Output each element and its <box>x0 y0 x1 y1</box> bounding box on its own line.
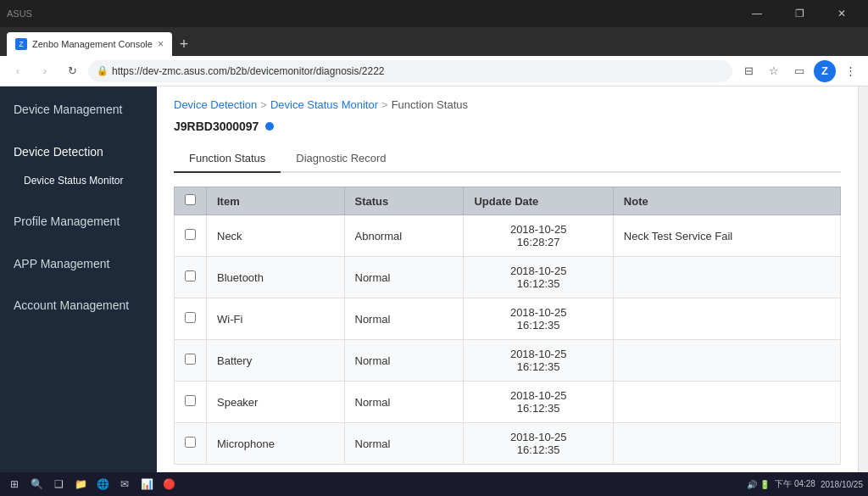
taskbar-app-4[interactable]: 📊 <box>137 475 156 493</box>
row-update-date: 2018-10-2516:12:35 <box>464 298 613 340</box>
address-bar-actions: ⊟ ☆ ▭ Z ⋮ <box>737 60 861 82</box>
table-header-note: Note <box>613 187 840 215</box>
address-bar: ‹ › ↻ 🔒 https://dev-zmc.asus.com/b2b/dev… <box>0 56 868 86</box>
table-header-checkbox <box>175 187 207 215</box>
table-row: BatteryNormal2018-10-2516:12:35 <box>175 340 841 382</box>
sidebar-item-device-status-monitor[interactable]: Device Status Monitor <box>0 167 157 195</box>
row-update-date: 2018-10-2516:12:35 <box>464 257 613 298</box>
taskbar: ⊞ 🔍 ❑ 📁 🌐 ✉ 📊 🔴 🔊 🔋 下午 04:28 2018/10/25 <box>0 472 868 496</box>
browser-tab-bar: Z Zenbo Management Console × + <box>0 27 868 56</box>
tab-function-status[interactable]: Function Status <box>174 145 281 173</box>
row-checkbox-3[interactable] <box>185 354 196 365</box>
row-status: Normal <box>344 257 464 298</box>
row-status: Normal <box>344 340 464 382</box>
row-item: Wi-Fi <box>207 298 345 340</box>
taskbar-app-5[interactable]: 🔴 <box>159 475 178 493</box>
sidebar-item-device-detection[interactable]: Device Detection <box>0 137 157 168</box>
row-status: Normal <box>344 382 464 423</box>
brand-label: ASUS <box>7 8 32 19</box>
tab-favicon: Z <box>15 38 27 50</box>
row-note <box>613 298 840 340</box>
table-header-status: Status <box>344 187 464 215</box>
row-item: Bluetooth <box>207 257 345 298</box>
start-button[interactable]: ⊞ <box>5 475 24 493</box>
tab-diagnostic-record[interactable]: Diagnostic Record <box>281 145 401 173</box>
sidebar-item-profile-management[interactable]: Profile Management <box>0 207 157 237</box>
screenshot-button[interactable]: ▭ <box>788 60 810 82</box>
taskbar-app-3[interactable]: ✉ <box>115 475 134 493</box>
row-checkbox-4[interactable] <box>185 395 196 406</box>
row-update-date: 2018-10-2516:12:35 <box>464 382 613 423</box>
system-tray-icons: 🔊 🔋 <box>747 480 770 489</box>
row-note: Neck Test Service Fail <box>613 215 840 257</box>
row-status: Abnormal <box>344 215 464 257</box>
row-checkbox-5[interactable] <box>185 437 196 448</box>
sidebar-item-account-management[interactable]: Account Management <box>0 291 157 321</box>
tab-close-button[interactable]: × <box>158 38 164 50</box>
tab-title: Zenbo Management Console <box>32 39 153 49</box>
taskbar-right: 🔊 🔋 下午 04:28 2018/10/25 <box>747 478 863 490</box>
row-item: Battery <box>207 340 345 382</box>
tab-navigation: Function Status Diagnostic Record <box>174 145 841 173</box>
header-checkbox[interactable] <box>185 194 196 205</box>
row-checkbox-1[interactable] <box>185 270 196 281</box>
row-checkbox-2[interactable] <box>185 312 196 323</box>
back-button[interactable]: ‹ <box>7 60 29 82</box>
task-view-button[interactable]: ❑ <box>49 475 68 493</box>
profile-button[interactable]: Z <box>814 60 836 82</box>
main-container: Device Management Device Detection Devic… <box>0 86 868 472</box>
new-tab-button[interactable]: + <box>172 32 196 56</box>
breadcrumb-sep-2: > <box>381 98 388 111</box>
search-button[interactable]: 🔍 <box>27 475 46 493</box>
sidebar: Device Management Device Detection Devic… <box>0 86 157 472</box>
star-button[interactable]: ☆ <box>763 60 785 82</box>
scrollbar[interactable] <box>858 86 868 472</box>
close-button[interactable]: ✕ <box>822 0 861 27</box>
sidebar-item-device-management[interactable]: Device Management <box>0 95 157 125</box>
breadcrumb-device-detection[interactable]: Device Detection <box>174 98 257 111</box>
row-note <box>613 382 840 423</box>
browser-tab-active[interactable]: Z Zenbo Management Console × <box>7 32 172 56</box>
row-status: Normal <box>344 298 464 340</box>
breadcrumb-device-status-monitor[interactable]: Device Status Monitor <box>270 98 378 111</box>
row-update-date: 2018-10-2516:12:35 <box>464 340 613 382</box>
table-row: BluetoothNormal2018-10-2516:12:35 <box>175 257 841 298</box>
restore-button[interactable]: ❐ <box>780 0 819 27</box>
row-update-date: 2018-10-2516:12:35 <box>464 423 613 465</box>
table-header-update-date: Update Date <box>464 187 613 215</box>
taskbar-left: ⊞ 🔍 ❑ 📁 🌐 ✉ 📊 🔴 <box>5 475 178 493</box>
function-status-table: Item Status Update Date Note NeckAbnorma… <box>174 187 841 465</box>
row-checkbox-0[interactable] <box>185 229 196 240</box>
table-row: Wi-FiNormal2018-10-2516:12:35 <box>175 298 841 340</box>
device-id-row: J9RBD3000097 <box>174 120 841 133</box>
row-note <box>613 340 840 382</box>
table-header-row: Item Status Update Date Note <box>175 187 841 215</box>
lock-icon: 🔒 <box>97 65 108 76</box>
row-update-date: 2018-10-2516:28:27 <box>464 215 613 257</box>
forward-button[interactable]: › <box>34 60 56 82</box>
more-button[interactable]: ⋮ <box>839 60 861 82</box>
table-header-item: Item <box>207 187 345 215</box>
refresh-button[interactable]: ↻ <box>61 60 83 82</box>
row-checkbox-cell <box>175 340 207 382</box>
content-area: Device Detection > Device Status Monitor… <box>157 86 858 472</box>
breadcrumb: Device Detection > Device Status Monitor… <box>174 98 841 111</box>
translate-icon[interactable]: ⊟ <box>737 60 760 82</box>
row-note <box>613 257 840 298</box>
row-status: Normal <box>344 423 464 465</box>
sidebar-item-app-management[interactable]: APP Management <box>0 249 157 280</box>
clock-time: 下午 04:28 <box>775 478 815 490</box>
url-text: https://dev-zmc.asus.com/b2b/devicemonit… <box>112 65 385 77</box>
taskbar-app-1[interactable]: 📁 <box>71 475 90 493</box>
row-checkbox-cell <box>175 215 207 257</box>
device-id-label: J9RBD3000097 <box>174 120 259 133</box>
minimize-button[interactable]: — <box>737 0 776 27</box>
row-checkbox-cell <box>175 382 207 423</box>
url-bar[interactable]: 🔒 https://dev-zmc.asus.com/b2b/devicemon… <box>88 60 732 82</box>
device-status-dot <box>265 122 274 131</box>
row-item: Microphone <box>207 423 345 465</box>
breadcrumb-sep-1: > <box>260 98 267 111</box>
table-row: NeckAbnormal2018-10-2516:28:27Neck Test … <box>175 215 841 257</box>
taskbar-app-2[interactable]: 🌐 <box>93 475 112 493</box>
title-bar: ASUS — ❐ ✕ <box>0 0 868 27</box>
